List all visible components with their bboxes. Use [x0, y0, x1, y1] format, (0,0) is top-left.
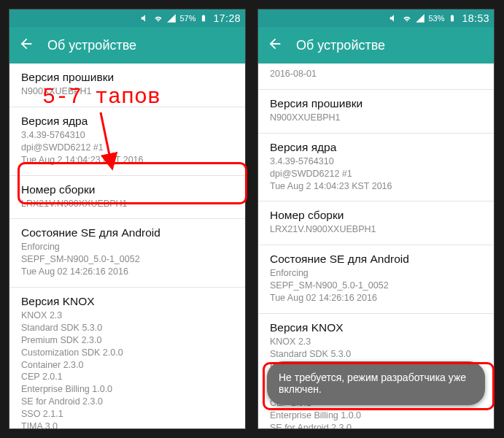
row-value: 2016-08-01	[270, 68, 482, 80]
statusbar: 57% 17:28	[9, 9, 245, 27]
row-security-patch[interactable]: 2016-08-01	[258, 64, 494, 90]
row-title: Номер сборки	[21, 183, 233, 196]
svg-rect-1	[451, 18, 454, 21]
row-value: Enforcing	[21, 241, 233, 253]
row-value: TIMA 3.0	[21, 420, 233, 429]
row-se-android[interactable]: Состояние SE для Android Enforcing SEPF_…	[258, 245, 494, 314]
row-value: 3.4.39-5764310	[270, 155, 482, 168]
row-value: Enforcing	[270, 267, 482, 280]
row-value: KNOX 2.3	[21, 310, 233, 322]
row-title: Состояние SE для Android	[270, 253, 482, 266]
row-value: Container 2.3.0	[21, 359, 233, 372]
row-knox[interactable]: Версия KNOX KNOX 2.3 Standard SDK 5.3.0 …	[9, 288, 245, 429]
battery-icon	[198, 13, 209, 23]
row-value: Tue Aug 02 14:26:16 2016	[21, 266, 233, 278]
row-build-number[interactable]: Номер сборки LRX21V.N900XXUEBPH1	[258, 201, 494, 245]
row-se-android[interactable]: Состояние SE для Android Enforcing SEPF_…	[9, 219, 245, 288]
row-value: CEP 2.0.1	[21, 371, 233, 383]
page-title: Об устройстве	[47, 38, 136, 53]
row-value: SE for Android 2.3.0	[21, 396, 233, 408]
row-value: Tue Aug 2 14:04:23 KST 2016	[270, 180, 482, 193]
row-kernel[interactable]: Версия ядра 3.4.39-5764310 dpi@SWDD6212 …	[9, 107, 245, 176]
row-title: Версия прошивки	[21, 71, 233, 84]
back-icon[interactable]	[267, 36, 283, 55]
clock-time: 18:53	[462, 12, 489, 24]
mute-icon	[389, 13, 399, 23]
row-value: SE for Android 2.3.0	[270, 422, 482, 429]
back-icon[interactable]	[18, 36, 34, 55]
settings-list[interactable]: Версия прошивки N900XXUEBPH1 Версия ядра…	[9, 64, 245, 429]
row-title: Версия KNOX	[21, 295, 233, 308]
appbar: Об устройстве	[9, 27, 245, 64]
row-value: Enterprise Billing 1.0.0	[270, 410, 482, 422]
statusbar: 53% 18:53	[258, 9, 494, 27]
battery-icon	[447, 13, 457, 23]
signal-icon	[166, 13, 177, 23]
row-title: Версия ядра	[270, 141, 482, 154]
battery-percent: 57%	[179, 14, 195, 23]
phone-left: 57% 17:28 Об устройстве Версия прошивки …	[9, 9, 246, 429]
row-value: LRX21V.N900XXUEBPH1	[270, 223, 482, 236]
row-value: Standard SDK 5.3.0	[21, 322, 233, 334]
row-value: SSO 2.1.1	[21, 408, 233, 420]
phone-right: 53% 18:53 Об устройстве 2016-08-01 Верси…	[257, 9, 495, 429]
row-value: dpi@SWDD6212 #1	[270, 168, 482, 180]
toast-text: Не требуется, режим разработчика уже вкл…	[279, 372, 466, 395]
clock-time: 17:28	[213, 12, 241, 24]
row-value: Customization SDK 2.0.0	[21, 347, 233, 359]
page-title: Об устройстве	[296, 38, 385, 53]
row-title: Номер сборки	[270, 209, 482, 222]
row-value: SEPF_SM-N900_5.0-1_0052	[21, 253, 233, 266]
row-value: N900XXUEBPH1	[270, 112, 482, 124]
row-value: 3.4.39-5764310	[21, 129, 233, 142]
row-value: LRX21V.N900XXUEBPH1	[21, 198, 233, 210]
row-value: N900XXUEBPH1	[21, 85, 233, 98]
row-value: KNOX 2.3	[270, 336, 482, 348]
battery-percent: 53%	[428, 14, 444, 23]
row-value: Tue Aug 2 14:04:23 KST 2016	[21, 154, 233, 166]
row-build-number[interactable]: Номер сборки LRX21V.N900XXUEBPH1	[9, 176, 245, 220]
row-value: Enterprise Billing 1.0.0	[21, 383, 233, 396]
row-firmware[interactable]: Версия прошивки N900XXUEBPH1	[258, 90, 494, 134]
row-value: dpi@SWDD6212 #1	[21, 142, 233, 154]
wifi-icon	[402, 13, 412, 23]
settings-list[interactable]: 2016-08-01 Версия прошивки N900XXUEBPH1 …	[258, 64, 494, 429]
row-value: Premium SDK 2.3.0	[21, 334, 233, 347]
row-value: Tue Aug 02 14:26:16 2016	[270, 292, 482, 304]
svg-rect-0	[203, 18, 205, 21]
row-value: SEPF_SM-N900_5.0-1_0052	[270, 280, 482, 292]
signal-icon	[415, 13, 425, 23]
row-title: Состояние SE для Android	[21, 226, 233, 239]
row-value: Standard SDK 5.3.0	[270, 348, 482, 361]
appbar: Об устройстве	[258, 27, 494, 64]
row-title: Версия ядра	[21, 115, 233, 128]
toast-developer-mode: Не требуется, режим разработчика уже вкл…	[267, 361, 485, 405]
mute-icon	[140, 13, 150, 23]
wifi-icon	[153, 13, 163, 23]
row-title: Версия прошивки	[270, 97, 482, 110]
row-kernel[interactable]: Версия ядра 3.4.39-5764310 dpi@SWDD6212 …	[258, 134, 494, 202]
row-title: Версия KNOX	[270, 321, 482, 334]
row-firmware[interactable]: Версия прошивки N900XXUEBPH1	[9, 64, 245, 107]
